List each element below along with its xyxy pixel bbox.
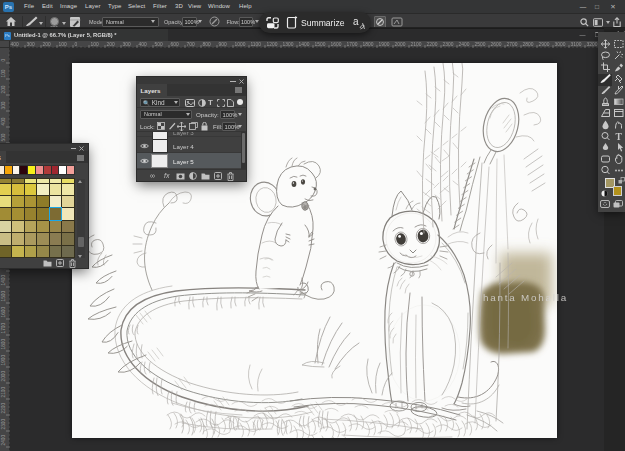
svg-text:1100: 1100 — [251, 42, 262, 47]
svg-text:800: 800 — [203, 42, 211, 47]
svg-text:700: 700 — [187, 42, 195, 47]
svg-text:500: 500 — [155, 42, 163, 47]
svg-text:1900: 1900 — [379, 42, 390, 47]
svg-text:2000: 2000 — [1, 370, 6, 381]
svg-text:500: 500 — [1, 133, 6, 141]
svg-text:400: 400 — [11, 42, 19, 47]
svg-text:2400: 2400 — [1, 434, 6, 445]
svg-text:300: 300 — [123, 42, 131, 47]
svg-text:100: 100 — [1, 69, 6, 77]
svg-text:100: 100 — [59, 42, 67, 47]
svg-text:1700: 1700 — [347, 42, 358, 47]
svg-text:600: 600 — [171, 42, 179, 47]
svg-text:3200: 3200 — [587, 42, 598, 47]
svg-text:1600: 1600 — [1, 306, 6, 317]
svg-text:3100: 3100 — [571, 42, 582, 47]
svg-text:1800: 1800 — [1, 338, 6, 349]
svg-text:900: 900 — [219, 42, 227, 47]
svg-text:200: 200 — [43, 42, 51, 47]
svg-text:2200: 2200 — [1, 402, 6, 413]
svg-text:T: T — [616, 132, 623, 142]
svg-text:200: 200 — [1, 85, 6, 93]
svg-text:1600: 1600 — [331, 42, 342, 47]
svg-text:400: 400 — [139, 42, 147, 47]
svg-text:400: 400 — [1, 117, 6, 125]
svg-text:2300: 2300 — [443, 42, 454, 47]
svg-text:300: 300 — [27, 42, 35, 47]
svg-text:2600: 2600 — [491, 42, 502, 47]
svg-text:2000: 2000 — [395, 42, 406, 47]
svg-text:1900: 1900 — [1, 354, 6, 365]
svg-text:0: 0 — [75, 42, 78, 47]
svg-text:200: 200 — [107, 42, 115, 47]
svg-text:3000: 3000 — [555, 42, 566, 47]
svg-text:2300: 2300 — [1, 418, 6, 429]
svg-text:0: 0 — [1, 59, 6, 62]
svg-text:2800: 2800 — [523, 42, 534, 47]
svg-text:1500: 1500 — [315, 42, 326, 47]
svg-text:2100: 2100 — [411, 42, 422, 47]
svg-text:2400: 2400 — [459, 42, 470, 47]
svg-text:1200: 1200 — [267, 42, 278, 47]
svg-text:2200: 2200 — [427, 42, 438, 47]
svg-text:1000: 1000 — [235, 42, 246, 47]
svg-text:2500: 2500 — [475, 42, 486, 47]
svg-text:1700: 1700 — [1, 322, 6, 333]
svg-text:1500: 1500 — [1, 290, 6, 301]
svg-text:1400: 1400 — [1, 274, 6, 285]
svg-text:2700: 2700 — [507, 42, 518, 47]
svg-text:100: 100 — [91, 42, 99, 47]
svg-text:2900: 2900 — [539, 42, 550, 47]
svg-text:1300: 1300 — [283, 42, 294, 47]
svg-text:1800: 1800 — [363, 42, 374, 47]
svg-text:300: 300 — [1, 101, 6, 109]
svg-text:2100: 2100 — [1, 386, 6, 397]
svg-text:1400: 1400 — [299, 42, 310, 47]
